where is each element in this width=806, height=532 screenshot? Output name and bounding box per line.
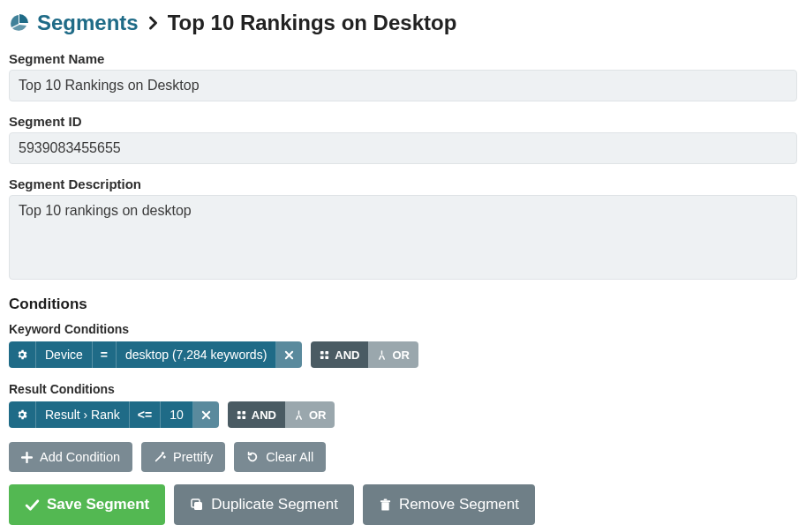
clear-all-label: Clear All bbox=[266, 450, 313, 464]
result-condition-row: Result › Rank <= 10 AND OR bbox=[9, 401, 797, 428]
keyword-condition-row: Device = desktop (7,284 keywords) AND OR bbox=[9, 341, 797, 368]
keyword-conditions-label: Keyword Conditions bbox=[9, 322, 797, 336]
remove-segment-button[interactable]: Remove Segment bbox=[363, 484, 535, 525]
logic-or-label: OR bbox=[392, 348, 410, 362]
svg-rect-13 bbox=[237, 416, 241, 419]
condition-value: 10 bbox=[161, 401, 193, 428]
condition-field: Result › Rank bbox=[36, 401, 130, 428]
result-conditions-label: Result Conditions bbox=[9, 382, 797, 396]
undo-icon bbox=[246, 451, 259, 463]
logic-or-button[interactable]: OR bbox=[368, 341, 418, 368]
condition-operator: <= bbox=[130, 401, 161, 428]
breadcrumb-current: Top 10 Rankings on Desktop bbox=[168, 11, 457, 35]
keyword-logic-toggle: AND OR bbox=[311, 341, 418, 368]
svg-line-20 bbox=[156, 454, 162, 461]
check-icon bbox=[25, 498, 40, 513]
or-icon bbox=[294, 410, 304, 420]
wand-icon bbox=[154, 451, 166, 463]
segment-id-group: Segment ID bbox=[9, 114, 797, 164]
condition-field: Device bbox=[36, 341, 93, 368]
copy-icon bbox=[190, 498, 204, 512]
remove-condition-button[interactable] bbox=[276, 341, 302, 368]
segment-description-group: Segment Description bbox=[9, 176, 797, 283]
keyword-condition-tag[interactable]: Device = desktop (7,284 keywords) bbox=[9, 341, 302, 368]
close-icon bbox=[284, 350, 294, 360]
svg-rect-12 bbox=[242, 410, 245, 414]
save-segment-button[interactable]: Save Segment bbox=[9, 484, 165, 525]
add-condition-button[interactable]: Add Condition bbox=[9, 442, 132, 472]
svg-rect-28 bbox=[380, 500, 390, 502]
and-icon bbox=[320, 350, 329, 360]
logic-and-button[interactable]: AND bbox=[228, 401, 285, 428]
segment-id-label: Segment ID bbox=[9, 114, 797, 129]
clear-all-button[interactable]: Clear All bbox=[234, 442, 326, 472]
logic-and-label: AND bbox=[335, 348, 359, 362]
conditions-heading: Conditions bbox=[9, 296, 797, 313]
save-segment-label: Save Segment bbox=[47, 496, 149, 513]
condition-value: desktop (7,284 keywords) bbox=[117, 341, 276, 368]
remove-condition-button[interactable] bbox=[193, 401, 219, 428]
trash-icon bbox=[379, 498, 392, 512]
close-icon bbox=[201, 410, 211, 420]
chevron-right-icon bbox=[147, 15, 159, 31]
svg-line-8 bbox=[383, 356, 385, 359]
svg-line-7 bbox=[380, 356, 381, 359]
duplicate-segment-button[interactable]: Duplicate Segment bbox=[174, 484, 354, 525]
logic-or-button[interactable]: OR bbox=[285, 401, 335, 428]
gear-icon[interactable] bbox=[9, 341, 36, 368]
svg-rect-27 bbox=[381, 502, 388, 510]
or-icon bbox=[377, 350, 387, 360]
svg-rect-11 bbox=[237, 410, 241, 414]
segment-name-label: Segment Name bbox=[9, 51, 797, 66]
remove-segment-label: Remove Segment bbox=[399, 496, 519, 513]
prettify-label: Prettify bbox=[173, 450, 213, 464]
segment-name-input[interactable] bbox=[9, 70, 797, 101]
svg-rect-4 bbox=[320, 356, 324, 359]
segment-description-label: Segment Description bbox=[9, 176, 797, 191]
logic-and-label: AND bbox=[252, 408, 276, 422]
result-logic-toggle: AND OR bbox=[228, 401, 335, 428]
condition-operator: = bbox=[93, 341, 117, 368]
svg-rect-2 bbox=[320, 350, 324, 354]
prettify-button[interactable]: Prettify bbox=[141, 442, 225, 472]
logic-and-button[interactable]: AND bbox=[311, 341, 368, 368]
svg-rect-29 bbox=[384, 498, 388, 500]
segments-icon bbox=[9, 12, 30, 34]
svg-line-17 bbox=[299, 416, 301, 419]
svg-rect-5 bbox=[326, 356, 329, 359]
svg-rect-14 bbox=[242, 416, 245, 419]
result-condition-tag[interactable]: Result › Rank <= 10 bbox=[9, 401, 219, 428]
and-icon bbox=[237, 410, 246, 420]
segment-description-input[interactable] bbox=[9, 195, 797, 280]
segment-name-group: Segment Name bbox=[9, 51, 797, 101]
svg-rect-3 bbox=[326, 350, 329, 354]
svg-rect-25 bbox=[194, 502, 202, 510]
segment-id-input[interactable] bbox=[9, 132, 797, 164]
breadcrumb: Segments Top 10 Rankings on Desktop bbox=[9, 11, 797, 35]
condition-actions-row: Add Condition Prettify Clear All bbox=[9, 442, 797, 472]
primary-actions-row: Save Segment Duplicate Segment Remove Se… bbox=[9, 484, 797, 525]
breadcrumb-root-label: Segments bbox=[37, 11, 139, 35]
svg-line-16 bbox=[297, 416, 298, 419]
gear-icon[interactable] bbox=[9, 401, 36, 428]
logic-or-label: OR bbox=[309, 408, 327, 422]
duplicate-segment-label: Duplicate Segment bbox=[211, 496, 338, 513]
breadcrumb-root-link[interactable]: Segments bbox=[9, 11, 139, 35]
plus-icon bbox=[21, 452, 33, 463]
add-condition-label: Add Condition bbox=[40, 450, 120, 464]
